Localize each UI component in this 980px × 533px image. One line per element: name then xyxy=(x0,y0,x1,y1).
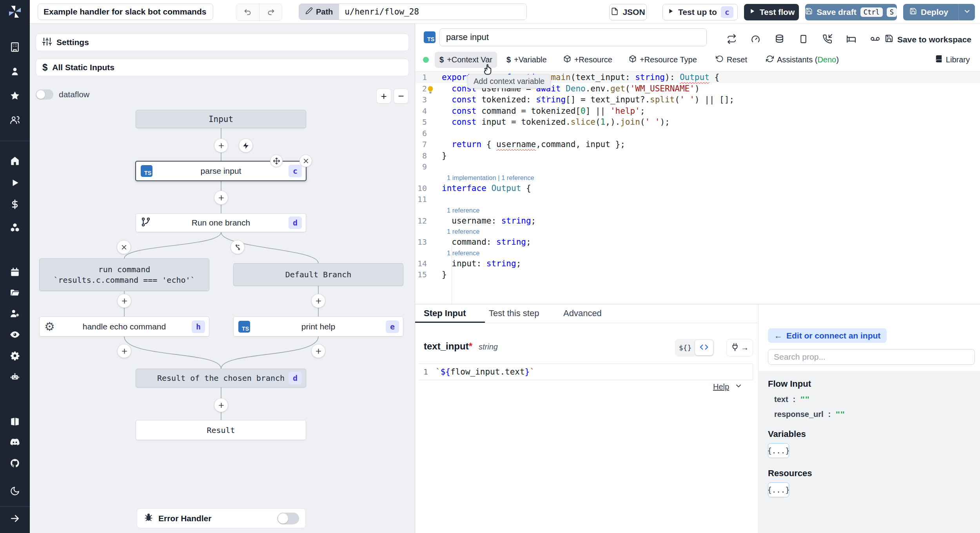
test-flow-button[interactable]: Test flow xyxy=(744,4,799,20)
reset-button[interactable]: Reset xyxy=(711,51,752,68)
add-step-button[interactable] xyxy=(117,344,131,358)
add-resource-button[interactable]: +Resource xyxy=(559,51,617,68)
eye-icon[interactable] xyxy=(10,329,20,340)
prop-row-response-url[interactable]: response_url : "" xyxy=(774,409,980,419)
deploy-menu-button[interactable] xyxy=(958,4,975,20)
users-icon[interactable] xyxy=(10,115,20,125)
phone-incoming-icon[interactable] xyxy=(822,34,832,45)
flow-node-result[interactable]: Result xyxy=(136,420,306,440)
editor-toolbar: $ +Context Var $ +Variable +Resource +Re… xyxy=(415,48,980,72)
database-icon[interactable] xyxy=(775,34,784,45)
github-icon[interactable] xyxy=(10,458,20,468)
refresh-icon xyxy=(766,55,774,65)
flow-branch-run-command[interactable]: run command `results.c.command === 'echo… xyxy=(39,258,209,291)
trigger-bolt-button[interactable] xyxy=(239,138,253,153)
add-variable-button[interactable]: $ +Variable xyxy=(502,52,552,68)
add-step-button[interactable] xyxy=(214,138,228,153)
add-step-button[interactable] xyxy=(311,294,325,308)
flow-branch-default[interactable]: Default Branch xyxy=(233,263,403,286)
step-name-input[interactable] xyxy=(439,28,707,46)
flow-input-header: Flow Input xyxy=(768,379,980,389)
flow-title-input[interactable] xyxy=(38,4,213,20)
save-to-workspace-button[interactable]: Save to workspace xyxy=(885,34,971,45)
voicemail-icon[interactable] xyxy=(870,34,880,45)
arrow-right-icon[interactable] xyxy=(10,513,20,524)
tab-advanced[interactable]: Advanced xyxy=(559,304,622,323)
flow-node-branch-result[interactable]: Result of the chosen branch d xyxy=(136,369,306,387)
codelens-reference[interactable]: 1 reference xyxy=(415,248,980,258)
path-control: Path xyxy=(299,4,527,20)
pencil-icon xyxy=(305,7,313,16)
library-button[interactable]: Library xyxy=(930,51,975,68)
deploy-button[interactable]: Deploy xyxy=(903,4,955,20)
gear-icon[interactable] xyxy=(10,351,20,361)
home-icon[interactable] xyxy=(10,156,20,166)
moon-icon[interactable] xyxy=(10,486,20,496)
book-icon[interactable] xyxy=(10,417,20,427)
cubes-icon[interactable] xyxy=(10,222,20,233)
save-draft-button[interactable]: Save draft Ctrl S xyxy=(805,4,897,20)
add-step-button[interactable] xyxy=(311,344,325,358)
codelens-reference[interactable]: 1 reference xyxy=(415,226,980,236)
tab-test-this-step[interactable]: Test this step xyxy=(485,304,559,323)
repeat-icon[interactable] xyxy=(727,34,737,45)
flow-node-run-one-branch[interactable]: Run one branch d xyxy=(136,213,306,232)
flow-node-print-help[interactable]: TS print help e xyxy=(233,317,403,337)
sidebar-divider xyxy=(0,141,30,141)
resources-object-chip[interactable]: {...} xyxy=(768,482,789,497)
move-node-button[interactable] xyxy=(270,155,283,167)
undo-button[interactable] xyxy=(236,4,259,20)
add-step-button[interactable] xyxy=(117,294,131,308)
flow-node-handle-echo[interactable]: ⚙ handle echo command h xyxy=(39,317,209,337)
delete-node-button[interactable] xyxy=(299,155,312,167)
code-brackets-icon xyxy=(700,343,708,353)
edit-or-connect-button[interactable]: ← Edit or connect an input xyxy=(768,328,887,343)
discord-icon[interactable] xyxy=(10,437,20,447)
remove-branch-button[interactable] xyxy=(117,240,131,254)
help-link[interactable]: Help xyxy=(713,382,729,391)
calendar-icon[interactable] xyxy=(10,267,20,277)
add-step-button[interactable] xyxy=(214,398,228,412)
static-mode-button[interactable]: ${} xyxy=(676,340,694,355)
redo-button[interactable] xyxy=(259,4,282,20)
json-button[interactable]: JSON xyxy=(609,4,647,20)
dollar-icon[interactable] xyxy=(10,199,20,209)
undo-rotate-icon xyxy=(716,55,724,65)
bed-icon[interactable] xyxy=(846,34,856,45)
tab-step-input[interactable]: Step Input xyxy=(415,304,485,323)
status-dot xyxy=(423,57,429,63)
gauge-icon[interactable] xyxy=(751,34,760,45)
add-branch-button[interactable] xyxy=(230,240,245,254)
branch-icon xyxy=(141,217,151,229)
assistants-button[interactable]: Assistants (Deno) xyxy=(761,51,844,68)
error-handler-toggle[interactable] xyxy=(277,513,299,524)
folder-icon[interactable] xyxy=(10,287,20,298)
search-prop-input[interactable] xyxy=(768,349,975,365)
robot-icon[interactable] xyxy=(10,372,20,382)
path-edit-button[interactable]: Path xyxy=(299,4,339,20)
expr-line-number: 1 xyxy=(419,367,432,377)
flow-node-input[interactable]: Input xyxy=(136,110,306,128)
mobile-icon[interactable] xyxy=(799,34,808,45)
test-up-to-button[interactable]: Test up to c xyxy=(662,4,738,20)
chevron-down-icon[interactable] xyxy=(735,382,742,392)
user-cog-icon[interactable] xyxy=(10,308,20,318)
add-step-button[interactable] xyxy=(214,191,228,205)
play-icon[interactable] xyxy=(10,178,20,188)
star-icon[interactable] xyxy=(10,91,20,101)
variables-object-chip[interactable]: {...} xyxy=(768,443,789,458)
prop-row-text[interactable]: text : "" xyxy=(774,395,980,404)
codelens-reference[interactable]: 1 implementation | 1 reference xyxy=(415,173,980,183)
building-icon[interactable] xyxy=(10,42,20,52)
lightbulb-icon[interactable] xyxy=(426,85,435,94)
add-resource-type-button[interactable]: +Resource Type xyxy=(624,51,702,68)
expr-mode-button[interactable] xyxy=(695,340,713,355)
windmill-logo-icon[interactable] xyxy=(7,4,23,20)
path-input[interactable] xyxy=(339,4,526,20)
book-icon xyxy=(935,55,943,65)
code-editor[interactable]: 1export async function main(text_input: … xyxy=(415,72,980,304)
expr-editor[interactable]: 1 `${flow_input.text}` xyxy=(419,364,753,380)
connect-input-button[interactable]: → xyxy=(726,339,753,357)
user-icon[interactable] xyxy=(10,66,20,76)
codelens-reference[interactable]: 1 reference xyxy=(415,205,980,215)
